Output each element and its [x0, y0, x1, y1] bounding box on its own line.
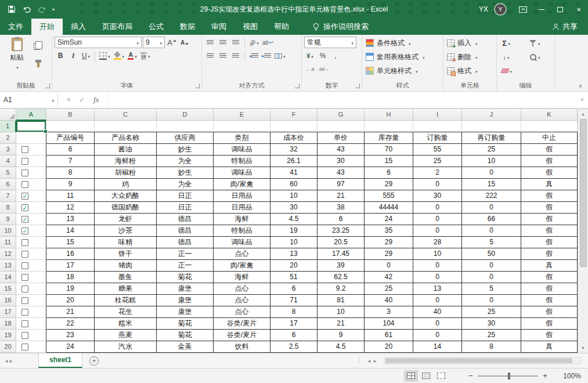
number-format-select[interactable]: 常规 [304, 37, 356, 48]
data-cell-F3[interactable]: 32 [270, 144, 318, 156]
cell-A17[interactable] [16, 306, 46, 318]
scroll-up-button[interactable]: ▴ [578, 109, 588, 119]
data-cell-G18[interactable]: 21 [318, 318, 365, 330]
data-cell-H9[interactable]: 24 [365, 214, 413, 225]
name-box[interactable]: A1 [0, 92, 58, 108]
sort-filter-button[interactable] [528, 37, 542, 49]
data-cell-I10[interactable]: 0 [413, 225, 462, 237]
data-cell-B11[interactable]: 15 [46, 237, 95, 248]
data-cell-B16[interactable]: 20 [46, 295, 95, 306]
row-checkbox-20[interactable] [21, 344, 28, 351]
data-cell-G19[interactable]: 9 [318, 330, 365, 341]
data-cell-D11[interactable]: 德昌 [157, 237, 214, 248]
data-cell-I17[interactable]: 40 [413, 306, 462, 318]
data-cell-G5[interactable]: 43 [318, 167, 365, 179]
column-header-D[interactable]: D [157, 109, 214, 121]
data-cell-I8[interactable]: 0 [413, 202, 462, 214]
data-cell-J10[interactable]: 0 [462, 225, 521, 237]
data-cell-J17[interactable]: 25 [462, 306, 521, 318]
data-cell-I13[interactable]: 0 [413, 260, 462, 272]
ribbon-display-options-button[interactable] [514, 0, 532, 19]
data-cell-G16[interactable]: 81 [318, 295, 365, 306]
insert-cells-button[interactable]: 插入 [443, 36, 496, 50]
maximize-button[interactable] [551, 0, 569, 19]
data-cell-F16[interactable]: 71 [270, 295, 318, 306]
font-color-button[interactable]: A [127, 50, 138, 62]
row-header-19[interactable]: 19 [0, 330, 16, 341]
data-cell-I15[interactable]: 13 [413, 283, 462, 295]
format-as-table-button[interactable]: 套用表格格式 [362, 50, 443, 64]
data-cell-C14[interactable]: 墨鱼 [95, 272, 157, 283]
column-header-C[interactable]: C [95, 109, 157, 121]
close-button[interactable]: × [569, 0, 588, 19]
data-cell-J8[interactable]: 0 [462, 202, 521, 214]
column-header-F[interactable]: F [270, 109, 318, 121]
data-cell-K19[interactable]: 假 [521, 330, 578, 341]
ribbon-tab-数据[interactable]: 数据 [172, 19, 203, 35]
row-header-17[interactable]: 17 [0, 306, 16, 318]
data-cell-K6[interactable]: 真 [521, 179, 578, 190]
data-cell-I16[interactable]: 0 [413, 295, 462, 306]
data-cell-B3[interactable]: 6 [46, 144, 95, 156]
data-cell-I3[interactable]: 55 [413, 144, 462, 156]
cell-A12[interactable] [16, 248, 46, 260]
data-cell-B15[interactable]: 19 [46, 283, 95, 295]
data-cell-D20[interactable]: 金美 [157, 341, 214, 353]
cell-A11[interactable] [16, 237, 46, 248]
clipboard-dialog-launcher[interactable] [45, 84, 50, 88]
scroll-down-button[interactable]: ▾ [578, 343, 588, 353]
data-cell-I19[interactable]: 0 [413, 330, 462, 341]
cell-K1[interactable] [521, 121, 578, 132]
data-cell-D14[interactable]: 菊花 [157, 272, 214, 283]
data-cell-C17[interactable]: 花生 [95, 306, 157, 318]
cell-A1[interactable] [16, 121, 46, 132]
data-cell-E5[interactable]: 调味品 [214, 167, 270, 179]
data-cell-C13[interactable]: 猪肉 [95, 260, 157, 272]
increase-decimal-button[interactable]: ←.0 [304, 63, 316, 75]
data-cell-K18[interactable]: 假 [521, 318, 578, 330]
data-cell-F11[interactable]: 10 [270, 237, 318, 248]
grow-font-button[interactable]: A [166, 37, 178, 48]
column-header-J[interactable]: J [462, 109, 521, 121]
data-cell-E20[interactable]: 饮料 [214, 341, 270, 353]
share-button[interactable]: 共享 [552, 19, 588, 35]
sheet-nav-next-button[interactable]: ▸ [5, 358, 17, 364]
data-cell-B20[interactable]: 24 [46, 341, 95, 353]
horizontal-scrollbar-thumb[interactable] [385, 358, 572, 363]
data-cell-D8[interactable]: 日正 [157, 202, 214, 214]
data-cell-G13[interactable]: 39 [318, 260, 365, 272]
data-cell-B12[interactable]: 16 [46, 248, 95, 260]
row-checkbox-9[interactable]: ✓ [21, 216, 28, 223]
row-checkbox-11[interactable] [21, 239, 28, 246]
data-cell-I14[interactable]: 0 [413, 272, 462, 283]
data-cell-H11[interactable]: 29 [365, 237, 413, 248]
data-cell-K10[interactable]: 假 [521, 225, 578, 237]
data-cell-G20[interactable]: 4.5 [318, 341, 365, 353]
row-header-9[interactable]: 9 [0, 214, 16, 225]
row-checkbox-7[interactable]: ✓ [21, 193, 28, 200]
add-sheet-button[interactable]: + [89, 356, 99, 366]
data-cell-F18[interactable]: 17 [270, 318, 318, 330]
data-cell-C18[interactable]: 糯米 [95, 318, 157, 330]
paste-button[interactable]: 粘贴 [5, 38, 29, 71]
data-cell-G14[interactable]: 62.5 [318, 272, 365, 283]
data-cell-C8[interactable]: 德国奶酪 [95, 202, 157, 214]
data-cell-B6[interactable]: 9 [46, 179, 95, 190]
ribbon-tab-审阅[interactable]: 审阅 [203, 19, 235, 35]
percent-style-button[interactable]: % [317, 50, 329, 62]
select-all-button[interactable] [0, 109, 16, 121]
data-cell-C9[interactable]: 龙虾 [95, 214, 157, 225]
merge-center-button[interactable] [273, 50, 287, 62]
page-break-view-button[interactable] [434, 370, 448, 382]
row-header-10[interactable]: 10 [0, 225, 16, 237]
cell-A13[interactable] [16, 260, 46, 272]
copy-button[interactable] [33, 41, 44, 52]
data-cell-D15[interactable]: 康堡 [157, 283, 214, 295]
data-cell-K8[interactable]: 假 [521, 202, 578, 214]
cell-H1[interactable] [365, 121, 413, 132]
row-header-13[interactable]: 13 [0, 260, 16, 272]
row-header-3[interactable]: 3 [0, 144, 16, 156]
cell-A18[interactable] [16, 318, 46, 330]
data-cell-H8[interactable]: 44444 [365, 202, 413, 214]
cell-G1[interactable] [318, 121, 365, 132]
